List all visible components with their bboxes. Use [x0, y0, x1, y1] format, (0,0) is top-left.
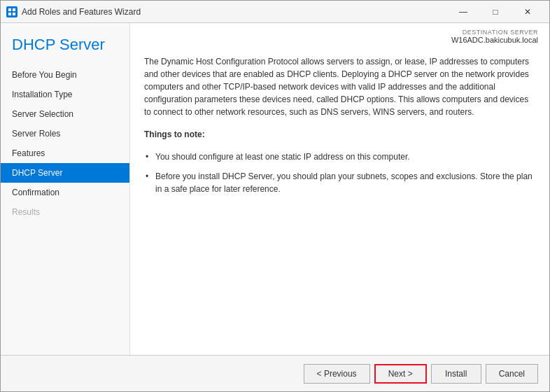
bullet-item-1: You should configure at least one static… [144, 150, 535, 163]
bullet-item-2: Before you install DHCP Server, you shou… [144, 170, 535, 195]
sidebar-nav: Before You Begin Installation Type Serve… [1, 62, 129, 355]
close-button[interactable]: ✕ [512, 3, 544, 21]
minimize-button[interactable]: — [447, 3, 479, 21]
maximize-button[interactable]: □ [479, 3, 512, 21]
things-to-note-label: Things to note: [144, 128, 535, 141]
install-button[interactable]: Install [431, 364, 481, 384]
sidebar-item-server-selection[interactable]: Server Selection [1, 104, 129, 124]
app-icon [6, 6, 17, 18]
bullet-list: You should configure at least one static… [144, 150, 535, 195]
cancel-button[interactable]: Cancel [486, 364, 538, 384]
sidebar-item-dhcp-server[interactable]: DHCP Server [1, 163, 129, 183]
sidebar-item-results: Results [1, 202, 129, 222]
window-title: Add Roles and Features Wizard [22, 7, 447, 17]
sidebar-title: DHCP Server [12, 36, 118, 54]
destination-server: W16ADC.bakicubuk.local [451, 36, 538, 44]
description-text: The Dynamic Host Configuration Protocol … [144, 55, 535, 118]
content-wrapper: DHCP Server Before You Begin Installatio… [1, 23, 549, 355]
wizard-window: Add Roles and Features Wizard — □ ✕ DHCP… [0, 0, 550, 392]
svg-rect-0 [8, 8, 11, 11]
main-header: DESTINATION SERVER W16ADC.bakicubuk.loca… [130, 23, 549, 47]
sidebar: DHCP Server Before You Begin Installatio… [1, 23, 130, 355]
svg-rect-1 [13, 8, 15, 11]
sidebar-item-features[interactable]: Features [1, 144, 129, 163]
title-bar: Add Roles and Features Wizard — □ ✕ [1, 1, 549, 23]
sidebar-item-confirmation[interactable]: Confirmation [1, 183, 129, 202]
footer: < Previous Next > Install Cancel [1, 355, 549, 391]
previous-button[interactable]: < Previous [304, 364, 370, 384]
sidebar-item-before-you-begin[interactable]: Before You Begin [1, 65, 129, 85]
destination-info: DESTINATION SERVER W16ADC.bakicubuk.loca… [451, 29, 538, 44]
sidebar-item-installation-type[interactable]: Installation Type [1, 85, 129, 104]
main-content: DESTINATION SERVER W16ADC.bakicubuk.loca… [130, 23, 549, 355]
svg-rect-3 [13, 13, 15, 15]
sidebar-header: DHCP Server [1, 23, 129, 62]
destination-label: DESTINATION SERVER [451, 29, 538, 36]
next-button[interactable]: Next > [374, 364, 427, 384]
window-controls: — □ ✕ [447, 3, 544, 21]
sidebar-item-server-roles[interactable]: Server Roles [1, 124, 129, 144]
svg-rect-2 [8, 13, 11, 15]
main-body: The Dynamic Host Configuration Protocol … [130, 47, 549, 355]
